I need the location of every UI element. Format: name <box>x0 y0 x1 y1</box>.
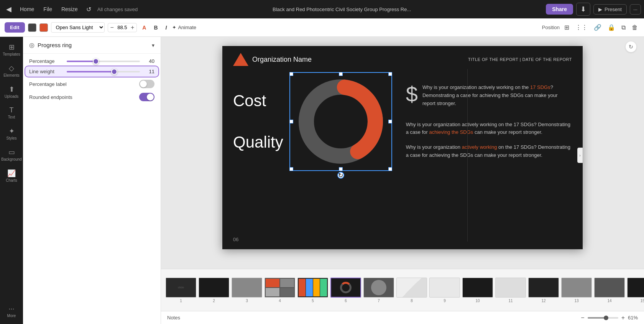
film-num-9: 9 <box>444 299 446 303</box>
present-label: Present <box>605 7 622 12</box>
font-size-decrease-button[interactable]: − <box>110 24 114 31</box>
percentage-slider[interactable] <box>67 61 140 62</box>
sidebar-item-uploads[interactable]: ⬆ Uploads <box>2 82 21 102</box>
charts-icon: 📈 <box>7 169 16 178</box>
filmstrip-item-2[interactable]: 2 <box>199 278 229 303</box>
sidebar-item-charts[interactable]: 📈 Charts <box>2 166 21 186</box>
zoom-slider-thumb[interactable] <box>604 316 608 320</box>
panel-dropdown-button[interactable]: ▾ <box>152 42 154 48</box>
lock-button[interactable]: 🔒 <box>606 22 617 33</box>
home-button[interactable]: Home <box>16 5 38 14</box>
sidebar-item-text[interactable]: T Text <box>2 103 21 122</box>
formatting-toolbar: Edit Open Sans Light − 88.5 + A B I ✦ An… <box>0 18 644 37</box>
sidebar-item-styles[interactable]: ✦ Styles <box>2 124 21 143</box>
align-button[interactable]: ⊞ <box>563 22 571 33</box>
zoom-out-button[interactable]: − <box>581 314 584 321</box>
font-size-increase-button[interactable]: + <box>131 24 134 31</box>
panel-controls: Percentage 40 Line weight 11 Percentage … <box>23 54 161 110</box>
present-button[interactable]: ▶ Present <box>593 4 627 15</box>
templates-icon: ⊞ <box>9 43 15 51</box>
film-thumb-8 <box>396 278 427 298</box>
download-button[interactable]: ⬇ <box>576 3 590 16</box>
back-button[interactable]: ◀ <box>3 3 15 15</box>
filmstrip-item-13[interactable]: 13 <box>561 278 592 303</box>
film-thumb-3 <box>232 278 262 298</box>
filmstrip-item-11[interactable]: 11 <box>495 278 526 303</box>
position-button[interactable]: Position <box>542 25 560 30</box>
filmstrip-item-9[interactable]: 9 <box>429 278 460 303</box>
progress-ring-element[interactable]: ↻ <box>291 74 391 169</box>
left-labels: Cost Quality <box>233 92 283 151</box>
more-options-button[interactable]: ··· <box>630 4 641 15</box>
canvas-refresh-button[interactable]: ↻ <box>626 41 636 52</box>
filmstrip-item-15[interactable]: 15 <box>627 278 644 303</box>
italic-button[interactable]: I <box>163 23 169 32</box>
filmstrip-item-5[interactable]: 5 <box>297 278 328 303</box>
film-num-1: 1 <box>180 299 182 303</box>
percentage-label-toggle[interactable] <box>139 80 154 88</box>
percentage-label-label: Percentage label <box>29 81 136 87</box>
right-panel-collapse-arrow[interactable]: › <box>577 148 583 163</box>
sidebar-item-background[interactable]: ▭ Background <box>2 145 21 164</box>
filmstrip-item-14[interactable]: 14 <box>594 278 625 303</box>
notes-button[interactable]: Notes <box>167 315 180 321</box>
film-thumb-10 <box>462 278 493 298</box>
sidebar-item-more[interactable]: ··· More <box>2 302 21 321</box>
zoom-slider[interactable] <box>588 317 618 319</box>
edit-button[interactable]: Edit <box>5 22 25 33</box>
percentage-label: Percentage <box>29 58 64 64</box>
org-name: Organization Name <box>252 56 312 64</box>
slide-canvas[interactable]: Organization Name TITLE OF THE REPORT | … <box>222 46 583 249</box>
rounded-endpoints-toggle[interactable] <box>139 93 154 101</box>
bold-button[interactable]: B <box>151 23 160 32</box>
lineweight-control-row: Line weight 11 <box>25 66 158 77</box>
panel-title: Progress ring <box>38 42 149 48</box>
filmstrip-item-10[interactable]: 10 <box>462 278 493 303</box>
filmstrip-item-4[interactable]: 4 <box>264 278 295 303</box>
color-swatch-red[interactable] <box>39 23 48 32</box>
share-button[interactable]: Share <box>546 4 573 15</box>
percentage-slider-thumb[interactable] <box>93 58 99 64</box>
film-thumb-15 <box>627 278 644 298</box>
rounded-endpoints-toggle-row: Rounded endpoints <box>29 93 154 101</box>
delete-button[interactable]: 🗑 <box>630 23 639 33</box>
resize-button[interactable]: Resize <box>58 5 82 14</box>
present-icon: ▶ <box>598 7 602 12</box>
styles-icon: ✦ <box>9 127 15 135</box>
canvas-area: Organization Name TITLE OF THE REPORT | … <box>161 37 644 324</box>
film-thumb-1: slide <box>166 278 196 298</box>
sidebar-item-elements[interactable]: ◇ Elements <box>2 61 21 81</box>
font-family-select[interactable]: Open Sans Light <box>51 22 105 33</box>
link-button[interactable]: 🔗 <box>592 22 603 33</box>
filmstrip-item-3[interactable]: 3 <box>232 278 262 303</box>
filmstrip-item-7[interactable]: 7 <box>363 278 394 303</box>
lineweight-slider-thumb[interactable] <box>111 69 117 75</box>
text1-prefix: Why is your organization actively workin… <box>422 84 530 90</box>
font-size-value: 88.5 <box>115 25 129 30</box>
rotate-handle[interactable]: ↻ <box>337 172 344 179</box>
rounded-endpoints-toggle-knob <box>147 94 154 100</box>
cost-label: Cost <box>233 92 283 110</box>
filmstrip-item-12[interactable]: 12 <box>528 278 559 303</box>
filmstrip-item-1[interactable]: slide 1 <box>166 278 196 303</box>
filmstrip-item-8[interactable]: 8 <box>396 278 427 303</box>
distribute-button[interactable]: ⋮⋮ <box>574 22 589 33</box>
film-thumb-14 <box>594 278 625 298</box>
animate-icon: ✦ <box>172 25 176 30</box>
animate-label: Animate <box>178 25 196 30</box>
top-bar-left: ◀ Home File Resize ↺ All changes saved <box>3 3 138 15</box>
filmstrip-item-6[interactable]: 6 <box>330 278 361 303</box>
file-button[interactable]: File <box>39 5 56 14</box>
lineweight-slider[interactable] <box>67 71 140 72</box>
text-color-button[interactable]: A <box>140 23 148 32</box>
animate-button[interactable]: ✦ Animate <box>172 25 196 30</box>
color-swatch-dark[interactable] <box>28 23 36 32</box>
sidebar-item-templates[interactable]: ⊞ Templates <box>2 40 21 59</box>
font-size-control: − 88.5 + <box>108 23 137 32</box>
duplicate-button[interactable]: ⧉ <box>620 23 627 33</box>
zoom-in-button[interactable]: + <box>621 314 625 321</box>
slide-body: Cost Quality <box>222 66 583 177</box>
undo-button[interactable]: ↺ <box>83 4 94 15</box>
canvas-scroll[interactable]: Organization Name TITLE OF THE REPORT | … <box>161 37 644 269</box>
zoom-control: − + 61% <box>581 314 638 321</box>
